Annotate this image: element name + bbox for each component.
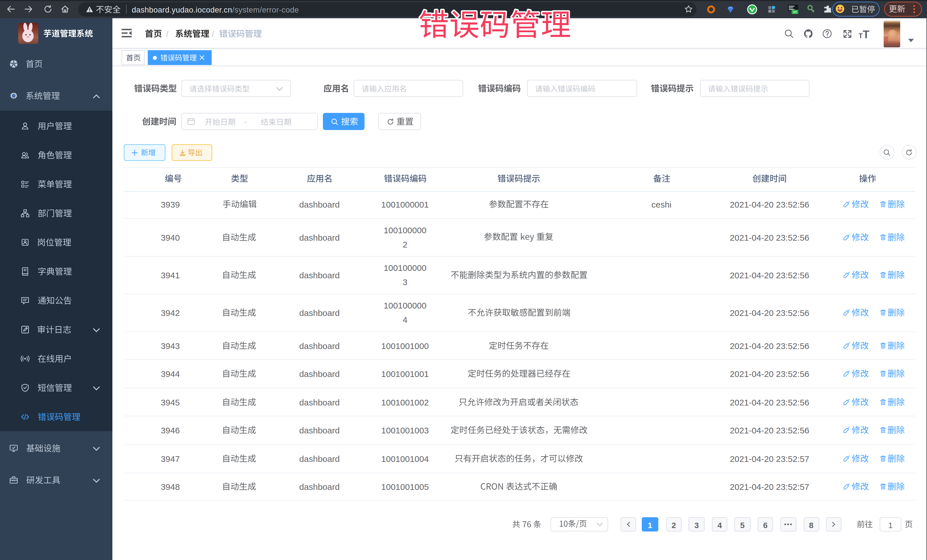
svg-text:on: on bbox=[793, 10, 797, 14]
